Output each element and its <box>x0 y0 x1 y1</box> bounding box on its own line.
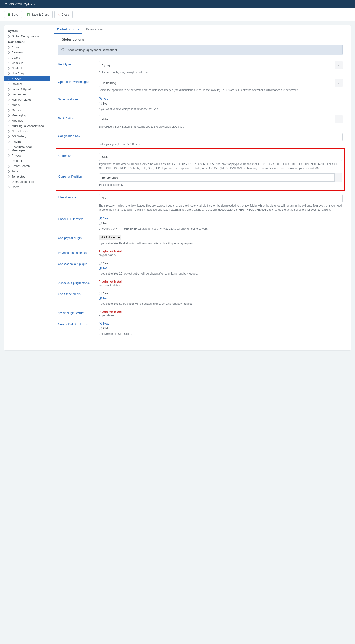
sidebar-item[interactable]: ❯Redirects <box>4 158 50 164</box>
sidebar-item[interactable]: ❯OS Gallery <box>4 134 50 139</box>
sidebar-item[interactable]: ❯Menus <box>4 108 50 113</box>
sidebar-item[interactable]: ❯Smart Search <box>4 164 50 169</box>
label-op-images[interactable]: Operations with images <box>58 79 96 84</box>
stripe-no[interactable]: No <box>99 296 343 300</box>
sidebar-item-label: Media <box>12 103 20 106</box>
sidebar-item[interactable]: ❯HikaShop <box>4 71 50 76</box>
sidebar-item[interactable]: ❯Tags <box>4 169 50 174</box>
label-gmap-key[interactable]: Google map Key <box>58 133 96 138</box>
2checkout-yes[interactable]: Yes <box>99 261 343 266</box>
tabs: Global options Permissions <box>54 25 347 34</box>
sidebar-item[interactable]: ❯Contacts <box>4 66 50 71</box>
chevron-right-icon: ❯ <box>8 114 10 116</box>
sidebar-item[interactable]: ❯Templates <box>4 174 50 179</box>
sef-new[interactable]: New <box>99 321 343 326</box>
sidebar-item[interactable]: ❯Multilingual Associations <box>4 123 50 128</box>
http-ref-yes[interactable]: Yes <box>99 216 343 221</box>
sidebar-item[interactable]: ❯Privacy <box>4 153 50 158</box>
sidebar-item[interactable]: ❯Plugins <box>4 139 50 144</box>
save-button[interactable]: 🖬Save <box>4 11 22 18</box>
info-text: These settings apply for all component <box>66 48 117 52</box>
sidebar-item-label: Tags <box>12 170 18 173</box>
sidebar-item[interactable]: ❯Modules <box>4 118 50 123</box>
sidebar-item-label: Global Configuration <box>12 34 39 38</box>
label-use-stripe[interactable]: Use Stripe plugin <box>58 291 96 296</box>
gear-icon: ⚙ <box>5 2 8 6</box>
help-back-button: Show/Hide a Back Button, that returns yo… <box>99 124 343 129</box>
gmap-key-input[interactable] <box>99 133 343 141</box>
label-currency[interactable]: Currency <box>59 153 97 158</box>
chevron-right-icon: ❯ <box>8 46 10 48</box>
sidebar-item[interactable]: ❯News Feeds <box>4 128 50 134</box>
chevron-right-icon: ❯ <box>8 104 10 106</box>
save-close-button[interactable]: 🖬Save & Close <box>24 11 53 18</box>
chevron-right-icon: ❯ <box>8 119 10 122</box>
page-title: OS CCK Options <box>9 2 35 6</box>
label-stripe-status[interactable]: Stripe plugin status: <box>58 310 96 315</box>
sidebar-item-label: Smart Search <box>12 164 30 168</box>
sidebar-item[interactable]: ❯Mail Templates <box>4 97 50 102</box>
back-button-select[interactable]: Hide ⌄ <box>99 115 343 124</box>
tab-permissions[interactable]: Permissions <box>83 25 107 34</box>
sidebar-item[interactable]: ❯Languages <box>4 92 50 97</box>
chevron-right-icon: ❯ <box>8 98 10 101</box>
sidebar-item[interactable]: ❯Media <box>4 102 50 108</box>
sidebar-item[interactable]: ❯Check-in <box>4 60 50 66</box>
sidebar-item-label: Users <box>12 185 20 189</box>
radio-icon <box>99 297 102 300</box>
op-images-select[interactable]: Do nothing ⌄ <box>99 79 343 87</box>
label-save-db[interactable]: Save database <box>58 96 96 101</box>
close-button[interactable]: ✕Close <box>54 11 72 18</box>
label-files-directory[interactable]: Files directory <box>58 194 96 199</box>
help-files-dir: The directory in which the downloaded fi… <box>99 204 343 212</box>
fieldset-legend: Global options <box>60 38 86 41</box>
sef-old[interactable]: Old <box>99 326 343 331</box>
sidebar-item[interactable]: ❯Users <box>4 184 50 190</box>
label-use-paypal[interactable]: Use paypal plugin <box>58 235 96 240</box>
label-currency-position[interactable]: Currency Position <box>59 174 97 178</box>
label-payment-status[interactable]: Payment pugin status: <box>58 250 96 254</box>
help-currency-pos: Position of currency <box>99 183 342 187</box>
global-options-fieldset: Global options ⓘ These settings apply fo… <box>54 38 347 341</box>
save-db-yes[interactable]: Yes <box>99 96 343 101</box>
sidebar-item[interactable]: ❯✎CCK <box>4 76 50 81</box>
chevron-right-icon: ❯ <box>8 72 10 74</box>
stripe-yes[interactable]: Yes <box>99 291 343 296</box>
paypal-select[interactable]: Not Selected <box>99 235 121 240</box>
sidebar-item[interactable]: ❯Messaging <box>4 113 50 118</box>
rent-type-select[interactable]: By night ⌄ <box>99 61 343 69</box>
label-use-2checkout[interactable]: Use 2Checkout plugin <box>58 261 96 266</box>
sidebar-item-label: News Feeds <box>12 130 28 133</box>
sidebar-item[interactable]: ❯Joomla! Update <box>4 86 50 92</box>
sidebar-item[interactable]: ❯Cache <box>4 55 50 60</box>
radio-icon <box>99 222 102 225</box>
sidebar-item[interactable]: ❯Articles <box>4 44 50 50</box>
sidebar-item[interactable]: ❯Installer <box>4 81 50 86</box>
http-ref-no[interactable]: No <box>99 221 343 226</box>
sidebar-item[interactable]: ❯Post-installation Messages <box>4 144 50 153</box>
chevron-right-icon: ❯ <box>8 51 10 54</box>
info-bar: ⓘ These settings apply for all component <box>58 45 343 55</box>
files-directory-input[interactable] <box>99 194 343 202</box>
chevron-right-icon: ❯ <box>8 82 10 85</box>
sidebar-item-label: Installer <box>12 82 22 86</box>
sidebar-item[interactable]: ❯Banners <box>4 50 50 55</box>
label-2checkout-status[interactable]: 2Checkout plugin status: <box>58 280 96 284</box>
label-rent-type[interactable]: Rent type <box>58 61 96 66</box>
sidebar-item[interactable]: ❯Global Configuration <box>4 34 50 39</box>
sidebar-item-label: Banners <box>12 51 23 54</box>
currency-position-select[interactable]: Before price ⌄ <box>99 174 342 182</box>
label-http-referer[interactable]: Check HTTP referer <box>58 216 96 221</box>
currency-input[interactable] <box>99 153 342 161</box>
label-sef-urls[interactable]: New or Old SEF URLs <box>58 321 96 326</box>
tab-global-options[interactable]: Global options <box>54 25 82 34</box>
save-db-no[interactable]: No <box>99 101 343 106</box>
chevron-right-icon: ❯ <box>8 140 10 143</box>
radio-icon <box>99 292 102 295</box>
sidebar-item-label: Templates <box>12 175 25 178</box>
sidebar-item[interactable]: ❯User Actions Log <box>4 179 50 184</box>
2checkout-no[interactable]: No <box>99 266 343 270</box>
main-content: Global options Permissions Global option… <box>50 25 351 350</box>
sidebar-item-label: Articles <box>12 46 22 49</box>
label-back-button[interactable]: Back Button <box>58 115 96 120</box>
